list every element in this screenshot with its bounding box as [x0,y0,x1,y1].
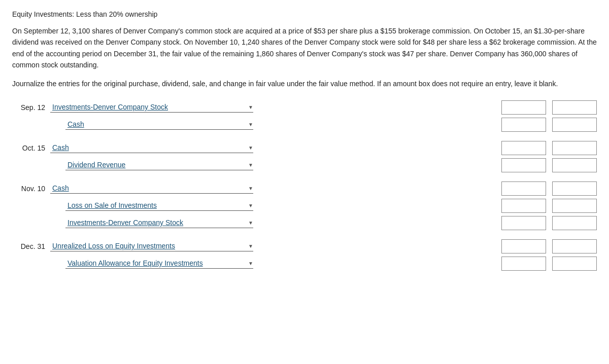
debit-nov10-1[interactable] [501,181,546,196]
credit-dec31-1[interactable] [552,239,597,253]
inputs-sep12-2 [501,118,597,132]
entry-oct15-line1: Oct. 15 Cash ▼ [12,141,597,155]
page-title: Equity Investments: Less than 20% owners… [12,10,597,18]
account-select-oct15-2[interactable]: Dividend Revenue [65,160,247,170]
entry-dec31-line2: Valuation Allowance for Equity Investmen… [12,257,597,271]
inputs-oct15-1 [501,141,597,155]
debit-dec31-1[interactable] [501,239,546,253]
debit-nov10-2[interactable] [501,199,546,213]
dropdown-arrow-nov10-2: ▼ [248,203,253,208]
account-select-nov10-1[interactable]: Cash [50,183,247,193]
account-cell-nov10-2: Loss on Sale of Investments ▼ [50,200,253,211]
description-text: On September 12, 3,100 shares of Denver … [12,25,597,71]
debit-nov10-3[interactable] [501,216,546,230]
credit-nov10-2[interactable] [552,199,597,213]
account-select-nov10-2[interactable]: Loss on Sale of Investments [65,200,247,210]
credit-sep12-2[interactable] [552,118,597,132]
credit-oct15-2[interactable] [552,158,597,172]
instruction-text: Journalize the entries for the original … [12,78,597,89]
inputs-nov10-3 [501,216,597,230]
account-select-dec31-2[interactable]: Valuation Allowance for Equity Investmen… [65,258,247,268]
account-cell-sep12-2: Cash ▼ [50,119,253,130]
entry-oct15-line2: Dividend Revenue ▼ [12,158,597,172]
debit-oct15-1[interactable] [501,141,546,155]
account-select-dec31-1[interactable]: Unrealized Loss on Equity Investments [50,241,247,251]
dropdown-arrow-oct15-1: ▼ [248,145,253,151]
date-sep12: Sep. 12 [12,103,50,112]
inputs-dec31-1 [501,239,597,253]
account-select-oct15-1[interactable]: Cash [50,142,247,153]
entry-oct15: Oct. 15 Cash ▼ [12,141,597,172]
entry-dec31: Dec. 31 Unrealized Loss on Equity Invest… [12,239,597,271]
date-nov10: Nov. 10 [12,185,50,193]
dropdown-arrow-dec31-1: ▼ [248,243,253,249]
credit-nov10-1[interactable] [552,181,597,196]
debit-dec31-2[interactable] [501,257,546,271]
account-cell-dec31-1: Unrealized Loss on Equity Investments ▼ [50,241,253,251]
inputs-oct15-2 [501,158,597,172]
account-cell-oct15-2: Dividend Revenue ▼ [50,160,253,170]
account-select-sep12-1[interactable]: Investments-Denver Company Stock [50,102,247,112]
dropdown-arrow-nov10-3: ▼ [248,220,253,226]
dropdown-arrow-oct15-2: ▼ [248,162,253,168]
entry-sep12: Sep. 12 Investments-Denver Company Stock… [12,100,597,132]
entry-nov10-line3: Investments-Denver Company Stock ▼ [12,216,597,230]
credit-dec31-2[interactable] [552,257,597,271]
dropdown-arrow-sep12-2: ▼ [248,122,253,127]
account-cell-dec31-2: Valuation Allowance for Equity Investmen… [50,258,253,269]
debit-sep12-2[interactable] [501,118,546,132]
entry-nov10-line2: Loss on Sale of Investments ▼ [12,199,597,213]
entry-nov10-line1: Nov. 10 Cash ▼ [12,181,597,196]
dropdown-arrow-sep12-1: ▼ [248,104,253,110]
debit-oct15-2[interactable] [501,158,546,172]
credit-oct15-1[interactable] [552,141,597,155]
entry-dec31-line1: Dec. 31 Unrealized Loss on Equity Invest… [12,239,597,253]
account-select-sep12-2[interactable]: Cash [65,119,247,129]
credit-nov10-3[interactable] [552,216,597,230]
inputs-nov10-2 [501,199,597,213]
inputs-sep12-1 [501,100,597,115]
entry-sep12-line2: Cash ▼ [12,118,597,132]
dropdown-arrow-nov10-1: ▼ [248,186,253,191]
entry-sep12-line1: Sep. 12 Investments-Denver Company Stock… [12,100,597,115]
account-cell-nov10-1: Cash ▼ [50,183,253,194]
account-cell-nov10-3: Investments-Denver Company Stock ▼ [50,217,253,228]
account-cell-oct15-1: Cash ▼ [50,142,253,153]
date-dec31: Dec. 31 [12,242,50,250]
account-cell-sep12-1: Investments-Denver Company Stock ▼ [50,102,253,113]
date-oct15: Oct. 15 [12,144,50,152]
journal-entries: Sep. 12 Investments-Denver Company Stock… [12,100,597,271]
debit-sep12-1[interactable] [501,100,546,115]
inputs-nov10-1 [501,181,597,196]
credit-sep12-1[interactable] [552,100,597,115]
entry-nov10: Nov. 10 Cash ▼ [12,181,597,230]
account-select-nov10-3[interactable]: Investments-Denver Company Stock [65,217,247,228]
dropdown-arrow-dec31-2: ▼ [248,261,253,266]
inputs-dec31-2 [501,257,597,271]
